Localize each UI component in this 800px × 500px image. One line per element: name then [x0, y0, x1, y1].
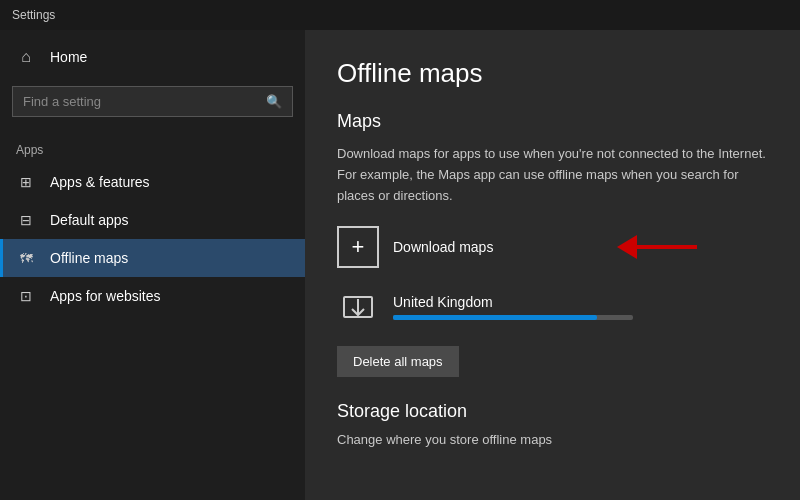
apps-section-label: Apps	[0, 133, 305, 163]
sidebar-item-offline-maps[interactable]: Offline maps	[0, 239, 305, 277]
download-maps-button[interactable]: +	[337, 226, 379, 268]
maps-description: Download maps for apps to use when you'r…	[337, 144, 767, 206]
maps-section-title: Maps	[337, 111, 768, 132]
sidebar-item-default-apps[interactable]: Default apps	[0, 201, 305, 239]
sidebar-item-apps-features[interactable]: Apps & features	[0, 163, 305, 201]
search-box: 🔍	[12, 86, 293, 117]
apps-features-icon	[16, 173, 36, 191]
search-icon[interactable]: 🔍	[256, 88, 292, 115]
default-apps-label: Default apps	[50, 212, 129, 228]
apps-websites-label: Apps for websites	[50, 288, 161, 304]
progress-bar-fill	[393, 315, 597, 320]
main-layout: Home 🔍 Apps Apps & features Default apps…	[0, 30, 800, 500]
download-maps-row: + Download maps	[337, 226, 768, 268]
content-panel: Offline maps Maps Download maps for apps…	[305, 30, 800, 500]
app-title: Settings	[12, 8, 55, 22]
storage-section-title: Storage location	[337, 401, 768, 422]
apps-websites-icon	[16, 287, 36, 305]
sidebar-item-home[interactable]: Home	[0, 38, 305, 76]
search-input[interactable]	[13, 87, 256, 116]
page-title: Offline maps	[337, 58, 768, 89]
delete-all-maps-button[interactable]: Delete all maps	[337, 346, 459, 377]
map-download-icon	[337, 286, 379, 328]
sidebar: Home 🔍 Apps Apps & features Default apps…	[0, 30, 305, 500]
map-item-row: United Kingdom	[337, 286, 768, 328]
arrow-annotation	[617, 235, 697, 259]
sidebar-item-apps-websites[interactable]: Apps for websites	[0, 277, 305, 315]
home-icon	[16, 48, 36, 66]
download-maps-label: Download maps	[393, 239, 493, 255]
map-name: United Kingdom	[393, 294, 768, 310]
arrow-head	[617, 235, 637, 259]
home-label: Home	[50, 49, 87, 65]
offline-maps-icon	[16, 249, 36, 267]
default-apps-icon	[16, 211, 36, 229]
apps-features-label: Apps & features	[50, 174, 150, 190]
map-info: United Kingdom	[393, 294, 768, 320]
storage-description: Change where you store offline maps	[337, 432, 768, 447]
arrow-line	[637, 245, 697, 249]
title-bar: Settings	[0, 0, 800, 30]
offline-maps-label: Offline maps	[50, 250, 128, 266]
progress-bar-background	[393, 315, 633, 320]
